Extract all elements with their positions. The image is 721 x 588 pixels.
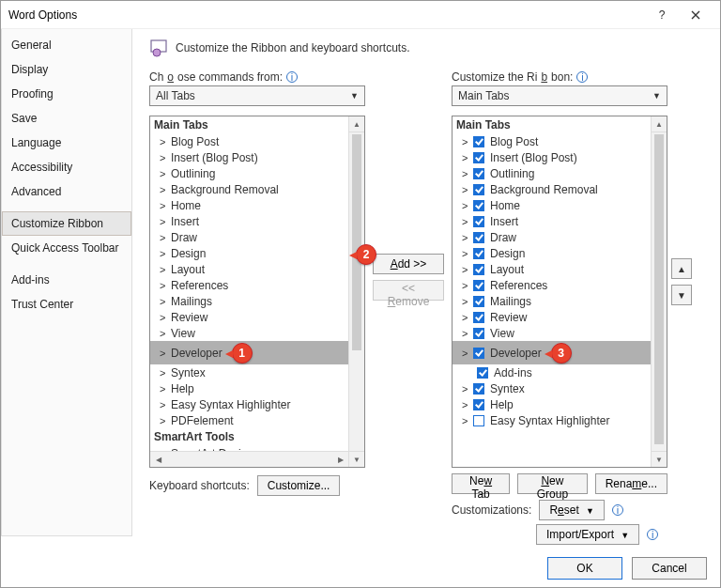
checkbox[interactable]: [473, 248, 484, 259]
move-down-button[interactable]: ▼: [671, 285, 692, 305]
list-item-home[interactable]: >Home: [150, 197, 348, 213]
sidebar-item-customize-ribbon[interactable]: Customize Ribbon: [2, 211, 131, 236]
sidebar-item-language[interactable]: Language: [2, 131, 131, 155]
ribbon-item-insert-blog-post-[interactable]: >Insert (Blog Post): [453, 149, 651, 165]
list-item-insert-blog-post-[interactable]: >Insert (Blog Post): [150, 149, 348, 165]
checkbox[interactable]: [473, 348, 484, 359]
sidebar-item-quick-access-toolbar[interactable]: Quick Access Toolbar: [2, 236, 131, 260]
sidebar-item-save[interactable]: Save: [2, 106, 131, 131]
list-item-mailings[interactable]: >Mailings: [150, 293, 348, 309]
ribbon-item-add-ins[interactable]: Add-ins: [453, 364, 651, 380]
checkbox[interactable]: [473, 264, 484, 275]
move-up-button[interactable]: ▲: [671, 258, 692, 279]
ribbon-item-help[interactable]: >Help: [453, 396, 651, 412]
ribbon-item-home[interactable]: >Home: [453, 197, 651, 213]
choose-commands-combo[interactable]: All Tabs▼: [149, 85, 365, 106]
list-item-view[interactable]: >View: [150, 325, 348, 341]
checkbox[interactable]: [477, 367, 488, 379]
checkbox[interactable]: [473, 383, 484, 395]
new-group-button[interactable]: New Group: [517, 473, 587, 494]
checkbox[interactable]: [473, 296, 484, 307]
rename-button[interactable]: Rename...: [595, 473, 667, 494]
window-title: Word Options: [8, 8, 77, 22]
sidebar-item-add-ins[interactable]: Add-ins: [2, 268, 131, 292]
list-item-background-removal[interactable]: >Background Removal: [150, 181, 348, 197]
ribbon-item-design[interactable]: >Design: [453, 245, 651, 261]
ribbon-item-outlining[interactable]: >Outlining: [453, 165, 651, 181]
close-button[interactable]: [679, 1, 713, 29]
info-icon[interactable]: i: [576, 71, 588, 83]
ribbon-item-mailings[interactable]: >Mailings: [453, 293, 651, 309]
chevron-down-icon: ▼: [350, 91, 359, 101]
import-export-button[interactable]: Import/Export ▼: [536, 524, 639, 545]
list-item-references[interactable]: >References: [150, 277, 348, 293]
info-icon[interactable]: i: [647, 529, 658, 540]
new-tab-button[interactable]: New Tab: [452, 473, 510, 494]
help-button[interactable]: ?: [645, 1, 679, 29]
ribbon-item-syntex[interactable]: >Syntex: [453, 380, 651, 396]
sidebar-item-advanced[interactable]: Advanced: [2, 179, 131, 204]
list-item-easy-syntax-highlighter[interactable]: >Easy Syntax Highlighter: [150, 396, 348, 412]
list-item-review[interactable]: >Review: [150, 309, 348, 325]
ribbon-item-developer[interactable]: >Developer3: [453, 341, 651, 364]
list-item-insert[interactable]: >Insert: [150, 213, 348, 229]
dialog-footer: OK Cancel: [547, 557, 707, 580]
list-item-blog-post[interactable]: >Blog Post: [150, 133, 348, 149]
ribbon-listbox[interactable]: Main Tabs>Blog Post>Insert (Blog Post)>O…: [452, 116, 667, 468]
ribbon-item-easy-syntax-highlighter[interactable]: >Easy Syntax Highlighter: [453, 412, 651, 428]
ribbon-item-references[interactable]: >References: [453, 277, 651, 293]
checkbox[interactable]: [473, 232, 484, 243]
scrollbar-horizontal[interactable]: ◀▶: [150, 451, 348, 467]
list-section-header: SmartArt Tools: [150, 428, 348, 445]
list-item-draw[interactable]: >Draw: [150, 229, 348, 245]
checkbox[interactable]: [473, 200, 484, 211]
checkbox[interactable]: [473, 415, 484, 426]
checkbox[interactable]: [473, 216, 484, 227]
checkbox[interactable]: [473, 168, 484, 179]
choose-commands-label: Choose commands from: i: [149, 70, 365, 84]
callout-badge-2: 2: [356, 244, 376, 265]
commands-listbox[interactable]: Main Tabs>Blog Post>Insert (Blog Post)>O…: [149, 116, 365, 468]
list-item-syntex[interactable]: >Syntex: [150, 364, 348, 380]
customizations-label: Customizations:: [452, 503, 531, 517]
list-section-header: Main Tabs: [150, 116, 348, 133]
checkbox[interactable]: [473, 136, 484, 147]
ribbon-item-view[interactable]: >View: [453, 325, 651, 341]
checkbox[interactable]: [473, 328, 484, 339]
sidebar-item-general[interactable]: General: [2, 33, 131, 57]
list-item-developer[interactable]: >Developer1: [150, 341, 348, 364]
ribbon-item-draw[interactable]: >Draw: [453, 229, 651, 245]
customize-shortcuts-button[interactable]: Customize...: [257, 475, 341, 496]
checkbox[interactable]: [473, 399, 484, 410]
commands-column: Choose commands from: i All Tabs▼ Main T…: [149, 70, 365, 496]
titlebar: Word Options ?: [1, 1, 720, 29]
list-item-outlining[interactable]: >Outlining: [150, 165, 348, 181]
list-item-layout[interactable]: >Layout: [150, 261, 348, 277]
ok-button[interactable]: OK: [547, 557, 622, 580]
ribbon-item-insert[interactable]: >Insert: [453, 213, 651, 229]
info-icon[interactable]: i: [612, 504, 623, 516]
add-button[interactable]: Add >>: [373, 254, 444, 274]
checkbox[interactable]: [473, 184, 484, 195]
list-item-help[interactable]: >Help: [150, 380, 348, 396]
info-icon[interactable]: i: [286, 71, 298, 83]
checkbox[interactable]: [473, 312, 484, 323]
sidebar-item-trust-center[interactable]: Trust Center: [2, 292, 131, 317]
cancel-button[interactable]: Cancel: [632, 557, 707, 580]
scrollbar-vertical[interactable]: ▲ ▼: [348, 116, 364, 467]
reset-button[interactable]: Reset ▼: [539, 500, 605, 520]
list-item-pdfelement[interactable]: >PDFelement: [150, 412, 348, 428]
list-item-design[interactable]: >Design: [150, 245, 348, 261]
sidebar-item-display[interactable]: Display: [2, 57, 131, 82]
ribbon-item-layout[interactable]: >Layout: [453, 261, 651, 277]
sidebar-item-proofing[interactable]: Proofing: [2, 82, 131, 106]
checkbox[interactable]: [473, 152, 484, 163]
scrollbar-vertical[interactable]: ▲ ▼: [651, 116, 667, 467]
sidebar-item-accessibility[interactable]: Accessibility: [2, 155, 131, 179]
ribbon-item-background-removal[interactable]: >Background Removal: [453, 181, 651, 197]
ribbon-item-review[interactable]: >Review: [453, 309, 651, 325]
customize-ribbon-combo[interactable]: Main Tabs▼: [452, 85, 667, 106]
remove-button[interactable]: << Remove: [373, 280, 444, 301]
checkbox[interactable]: [473, 280, 484, 291]
ribbon-item-blog-post[interactable]: >Blog Post: [453, 133, 651, 149]
